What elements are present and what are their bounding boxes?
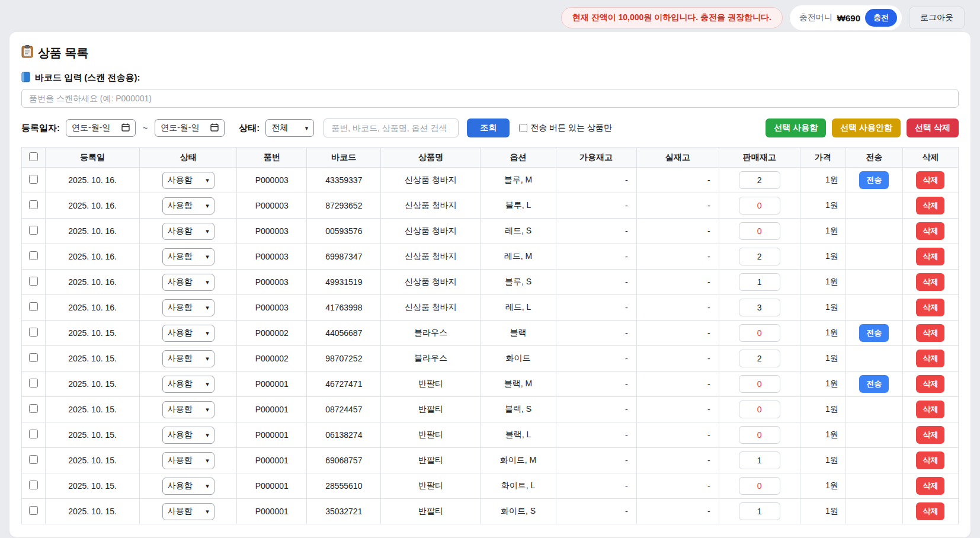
chevron-down-icon: ▾: [206, 254, 209, 260]
charge-button[interactable]: 충전: [865, 9, 897, 27]
bulk-disable-button[interactable]: 선택 사용안함: [832, 119, 901, 137]
row-status-select[interactable]: 사용함 ▾: [162, 248, 214, 265]
row-checkbox[interactable]: [29, 200, 38, 209]
row-delete-button[interactable]: 삭제: [916, 248, 944, 265]
row-status-select[interactable]: 사용함 ▾: [162, 401, 214, 418]
row-delete-button[interactable]: 삭제: [916, 222, 944, 240]
row-send-button[interactable]: 전송: [859, 324, 889, 342]
row-delete-button[interactable]: 삭제: [916, 502, 944, 520]
status-filter-select[interactable]: 전체 ▾: [265, 119, 314, 137]
barcode-scan-input[interactable]: [21, 89, 959, 108]
select-all-checkbox[interactable]: [29, 152, 38, 161]
logout-button[interactable]: 로그아웃: [909, 7, 965, 29]
row-sale-stock-input[interactable]: [739, 222, 780, 240]
row-code: P000002: [237, 321, 307, 346]
row-sale-stock-input[interactable]: [739, 273, 780, 291]
row-status-select[interactable]: 사용함 ▾: [162, 172, 214, 189]
row-status-select[interactable]: 사용함 ▾: [162, 478, 214, 495]
row-status-select[interactable]: 사용함 ▾: [162, 452, 214, 469]
row-sale-stock-input[interactable]: [739, 350, 780, 367]
row-checkbox[interactable]: [29, 455, 38, 464]
date-to-input[interactable]: 연도-월-일: [155, 119, 225, 137]
page-title-text: 상품 목록: [38, 45, 89, 61]
row-sale-stock-input[interactable]: [739, 401, 780, 418]
row-delete-button[interactable]: 삭제: [916, 451, 944, 469]
row-barcode: 41763998: [307, 295, 381, 321]
bulk-enable-button[interactable]: 선택 사용함: [766, 119, 826, 137]
row-status-select[interactable]: 사용함 ▾: [162, 503, 214, 520]
search-input[interactable]: [324, 119, 459, 137]
row-barcode: 44056687: [307, 321, 381, 346]
col-name: 상품명: [381, 148, 481, 168]
row-checkbox[interactable]: [29, 302, 38, 311]
row-status-value: 사용함: [168, 226, 193, 236]
row-send-cell: [846, 499, 902, 524]
row-sale-stock-input[interactable]: [739, 375, 780, 393]
row-delete-button[interactable]: 삭제: [916, 299, 944, 316]
row-sale-stock-input[interactable]: [739, 426, 780, 444]
row-status-select[interactable]: 사용함 ▾: [162, 274, 214, 291]
row-date: 2025. 10. 16.: [46, 295, 140, 321]
date-range-separator: ~: [142, 123, 149, 133]
send-only-checkbox[interactable]: [519, 124, 527, 132]
row-checkbox[interactable]: [29, 226, 38, 235]
row-available-stock: -: [556, 499, 636, 524]
row-status-select[interactable]: 사용함 ▾: [162, 427, 214, 444]
row-sale-stock-input[interactable]: [739, 502, 780, 520]
row-delete-button[interactable]: 삭제: [916, 477, 944, 495]
row-checkbox[interactable]: [29, 506, 38, 515]
row-checkbox[interactable]: [29, 404, 38, 413]
row-send-button[interactable]: 전송: [859, 171, 889, 189]
row-available-stock: -: [556, 244, 636, 270]
row-checkbox[interactable]: [29, 353, 38, 362]
row-checkbox[interactable]: [29, 175, 38, 184]
row-name: 반팔티: [381, 372, 481, 397]
page-title: 상품 목록: [21, 45, 959, 61]
row-sale-stock-input[interactable]: [739, 299, 780, 316]
row-option: 블랙, L: [481, 422, 556, 448]
row-status-value: 사용함: [168, 379, 193, 389]
send-only-filter[interactable]: 전송 버튼 있는 상품만: [519, 123, 612, 133]
row-sale-stock-input[interactable]: [739, 451, 780, 469]
date-from-input[interactable]: 연도-월-일: [66, 119, 136, 137]
row-sale-stock-input[interactable]: [739, 324, 780, 342]
row-send-button[interactable]: 전송: [859, 375, 889, 393]
row-delete-button[interactable]: 삭제: [916, 324, 944, 342]
row-sale-stock-input[interactable]: [739, 248, 780, 265]
row-code: P000001: [237, 473, 307, 499]
row-price: 1원: [800, 168, 846, 193]
row-status-select[interactable]: 사용함 ▾: [162, 299, 214, 316]
row-delete-button[interactable]: 삭제: [916, 350, 944, 367]
row-status-select[interactable]: 사용함 ▾: [162, 223, 214, 240]
row-sale-stock-input[interactable]: [739, 171, 780, 189]
row-sale-stock-input[interactable]: [739, 477, 780, 495]
row-checkbox[interactable]: [29, 379, 38, 388]
row-checkbox[interactable]: [29, 328, 38, 337]
row-option: 화이트, M: [481, 448, 556, 473]
row-sale-stock-input[interactable]: [739, 197, 780, 214]
col-barcode: 바코드: [307, 148, 381, 168]
row-delete-button[interactable]: 삭제: [916, 273, 944, 291]
calendar-icon[interactable]: [210, 123, 219, 133]
row-delete-button[interactable]: 삭제: [916, 401, 944, 418]
calendar-icon[interactable]: [121, 123, 130, 133]
row-status-select[interactable]: 사용함 ▾: [162, 197, 214, 214]
bulk-delete-button[interactable]: 선택 삭제: [907, 119, 959, 137]
row-checkbox[interactable]: [29, 251, 38, 260]
row-delete-button[interactable]: 삭제: [916, 426, 944, 444]
row-barcode: 43359337: [307, 168, 381, 193]
row-status-select[interactable]: 사용함 ▾: [162, 350, 214, 367]
row-delete-button[interactable]: 삭제: [916, 197, 944, 214]
row-checkbox[interactable]: [29, 277, 38, 286]
row-checkbox[interactable]: [29, 430, 38, 438]
row-date: 2025. 10. 15.: [46, 422, 140, 448]
chevron-down-icon: ▾: [206, 381, 209, 388]
search-button[interactable]: 조회: [467, 119, 510, 137]
row-delete-button[interactable]: 삭제: [916, 171, 944, 189]
col-date: 등록일: [46, 148, 140, 168]
row-delete-button[interactable]: 삭제: [916, 375, 944, 393]
row-name: 블라우스: [381, 346, 481, 372]
row-checkbox[interactable]: [29, 481, 38, 489]
row-status-select[interactable]: 사용함 ▾: [162, 376, 214, 393]
row-status-select[interactable]: 사용함 ▾: [162, 325, 214, 342]
